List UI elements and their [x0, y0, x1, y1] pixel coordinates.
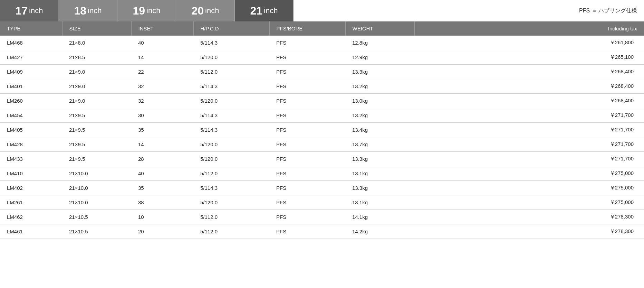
- tab-18-number: 18: [74, 4, 87, 17]
- table-row: LM42821×9.5145/120.0PFS13.7kg￥271,700: [0, 137, 644, 152]
- tab-19-unit: inch: [146, 6, 160, 15]
- cell-type: LM428: [0, 137, 62, 152]
- cell-size: 21×10.0: [62, 166, 131, 181]
- cell-hpcd: 5/120.0: [193, 50, 269, 65]
- cell-pfsbore: PFS: [269, 108, 345, 123]
- pfs-note-text: PFS ＝ ハブリング仕様: [579, 7, 637, 15]
- col-header-price: Including tax: [414, 21, 644, 36]
- cell-hpcd: 5/112.0: [193, 210, 269, 224]
- cell-hpcd: 5/120.0: [193, 137, 269, 152]
- tab-19-number: 19: [133, 4, 145, 17]
- cell-pfsbore: PFS: [269, 65, 345, 79]
- cell-type: LM462: [0, 210, 62, 224]
- cell-weight: 12.8kg: [345, 36, 414, 50]
- cell-type: LM461: [0, 224, 62, 239]
- cell-pfsbore: PFS: [269, 94, 345, 108]
- cell-price: ￥275,000: [414, 166, 644, 181]
- tab-21-number: 21: [250, 4, 263, 17]
- cell-pfsbore: PFS: [269, 50, 345, 65]
- cell-type: LM433: [0, 152, 62, 166]
- cell-inset: 32: [131, 94, 193, 108]
- cell-hpcd: 5/112.0: [193, 224, 269, 239]
- cell-inset: 35: [131, 123, 193, 137]
- cell-hpcd: 5/114.3: [193, 79, 269, 94]
- cell-type: LM405: [0, 123, 62, 137]
- tab-19-inch[interactable]: 19 inch: [117, 0, 176, 21]
- cell-inset: 35: [131, 181, 193, 195]
- table-row: LM43321×9.5285/120.0PFS13.3kg￥271,700: [0, 152, 644, 166]
- cell-price: ￥268,400: [414, 79, 644, 94]
- cell-hpcd: 5/120.0: [193, 94, 269, 108]
- table-row: LM42721×8.5145/120.0PFS12.9kg￥265,100: [0, 50, 644, 65]
- cell-hpcd: 5/120.0: [193, 152, 269, 166]
- cell-price: ￥278,300: [414, 224, 644, 239]
- tab-20-number: 20: [192, 4, 204, 17]
- cell-weight: 13.7kg: [345, 137, 414, 152]
- cell-size: 21×9.0: [62, 65, 131, 79]
- col-header-size: SIZE: [62, 21, 131, 36]
- cell-hpcd: 5/114.3: [193, 181, 269, 195]
- cell-price: ￥268,400: [414, 65, 644, 79]
- cell-inset: 22: [131, 65, 193, 79]
- cell-pfsbore: PFS: [269, 224, 345, 239]
- cell-price: ￥271,700: [414, 152, 644, 166]
- tab-18-unit: inch: [88, 6, 102, 15]
- cell-pfsbore: PFS: [269, 36, 345, 50]
- cell-weight: 13.3kg: [345, 65, 414, 79]
- table-row: LM40121×9.0325/114.3PFS13.2kg￥268,400: [0, 79, 644, 94]
- cell-size: 21×9.5: [62, 123, 131, 137]
- cell-price: ￥268,400: [414, 94, 644, 108]
- page-container: 17 inch 18 inch 19 inch 20 inch 21 inch …: [0, 0, 644, 239]
- cell-price: ￥275,000: [414, 195, 644, 210]
- cell-size: 21×10.0: [62, 181, 131, 195]
- col-header-inset: INSET: [131, 21, 193, 36]
- cell-hpcd: 5/112.0: [193, 65, 269, 79]
- table-container: TYPE SIZE INSET H/P.C.D PFS/BORE: [0, 21, 644, 239]
- tab-17-number: 17: [16, 4, 28, 17]
- cell-type: LM468: [0, 36, 62, 50]
- table-row: LM40221×10.0355/114.3PFS13.3kg￥275,000: [0, 181, 644, 195]
- tab-17-inch[interactable]: 17 inch: [0, 0, 59, 21]
- cell-pfsbore: PFS: [269, 181, 345, 195]
- cell-size: 21×10.5: [62, 224, 131, 239]
- cell-pfsbore: PFS: [269, 166, 345, 181]
- cell-size: 21×9.5: [62, 108, 131, 123]
- cell-pfsbore: PFS: [269, 123, 345, 137]
- product-table: TYPE SIZE INSET H/P.C.D PFS/BORE: [0, 21, 644, 239]
- cell-size: 21×9.5: [62, 137, 131, 152]
- cell-weight: 13.2kg: [345, 108, 414, 123]
- table-row: LM26021×9.0325/120.0PFS13.0kg￥268,400: [0, 94, 644, 108]
- cell-price: ￥271,700: [414, 123, 644, 137]
- tab-20-inch[interactable]: 20 inch: [176, 0, 235, 21]
- cell-price: ￥265,100: [414, 50, 644, 65]
- cell-inset: 28: [131, 152, 193, 166]
- cell-size: 21×10.0: [62, 195, 131, 210]
- pfs-note: PFS ＝ ハブリング仕様: [294, 0, 644, 21]
- tab-18-inch[interactable]: 18 inch: [59, 0, 117, 21]
- cell-price: ￥275,000: [414, 181, 644, 195]
- cell-inset: 38: [131, 195, 193, 210]
- cell-type: LM427: [0, 50, 62, 65]
- cell-inset: 32: [131, 79, 193, 94]
- cell-weight: 13.3kg: [345, 181, 414, 195]
- col-header-hpcd: H/P.C.D: [193, 21, 269, 36]
- cell-inset: 14: [131, 137, 193, 152]
- cell-pfsbore: PFS: [269, 152, 345, 166]
- cell-inset: 20: [131, 224, 193, 239]
- tab-17-unit: inch: [29, 6, 43, 15]
- tab-21-inch[interactable]: 21 inch: [235, 0, 294, 21]
- tab-21-unit: inch: [264, 6, 278, 15]
- col-header-weight: WEIGHT: [345, 21, 414, 36]
- cell-pfsbore: PFS: [269, 210, 345, 224]
- cell-weight: 13.2kg: [345, 79, 414, 94]
- cell-hpcd: 5/114.3: [193, 123, 269, 137]
- cell-weight: 14.1kg: [345, 210, 414, 224]
- cell-pfsbore: PFS: [269, 195, 345, 210]
- cell-pfsbore: PFS: [269, 137, 345, 152]
- cell-inset: 14: [131, 50, 193, 65]
- col-header-type: TYPE: [0, 21, 62, 36]
- cell-inset: 40: [131, 166, 193, 181]
- table-body: LM46821×8.0405/114.3PFS12.8kg￥261,800LM4…: [0, 36, 644, 239]
- cell-size: 21×9.5: [62, 152, 131, 166]
- cell-size: 21×9.0: [62, 79, 131, 94]
